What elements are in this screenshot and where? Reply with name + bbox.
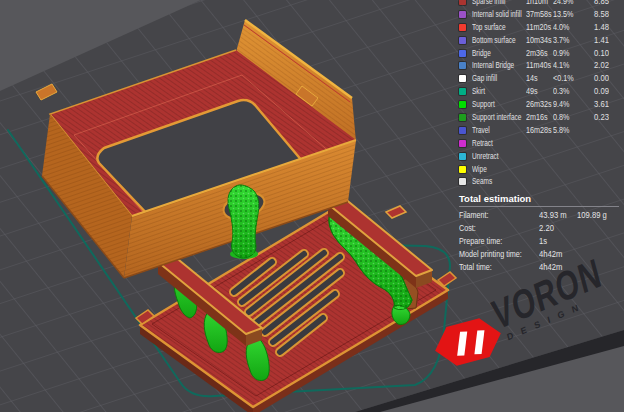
internal-bridge-color-swatch-icon bbox=[459, 62, 466, 69]
legend-row-support[interactable]: Support26m32s9.4%3.61 bbox=[459, 98, 619, 111]
total-value2: 109.89 g bbox=[577, 211, 607, 220]
legend-pct: 0.8% bbox=[553, 113, 577, 122]
retract-color-swatch-icon bbox=[459, 140, 466, 147]
legend-label: Seams bbox=[472, 177, 511, 186]
legend-time: 37m58s bbox=[526, 10, 548, 19]
legend-pct: 0.3% bbox=[553, 87, 577, 96]
travel-color-swatch-icon bbox=[459, 127, 466, 134]
legend-label: Support interface bbox=[472, 113, 511, 122]
legend-row-wipe[interactable]: Wipe bbox=[459, 163, 619, 176]
total-estimation-panel: Total estimation Filament:43.93 m109.89 … bbox=[459, 192, 619, 274]
legend-val: 8.85 bbox=[587, 0, 609, 6]
legend-row-bridge[interactable]: Bridge2m36s0.9%0.10 bbox=[459, 47, 619, 60]
legend-pct: 3.7% bbox=[553, 36, 577, 45]
total-row-prepare-time: Prepare time:1s bbox=[459, 235, 619, 248]
bridge-color-swatch-icon bbox=[459, 50, 466, 57]
legend-label: Internal solid infill bbox=[472, 10, 511, 19]
total-label: Prepare time: bbox=[459, 237, 523, 246]
legend-row-support-interface[interactable]: Support interface2m16s0.8%0.23 bbox=[459, 111, 619, 124]
legend-val: 0.09 bbox=[587, 87, 609, 96]
legend-pct: 4.1% bbox=[553, 61, 577, 70]
total-row-filament: Filament:43.93 m109.89 g bbox=[459, 209, 619, 222]
legend-pct: 4.0% bbox=[553, 23, 577, 32]
legend-label: Support bbox=[472, 100, 511, 109]
total-estimation-divider bbox=[459, 206, 619, 207]
legend-label: Internal Bridge bbox=[472, 61, 511, 70]
slicer-preview-viewport[interactable]: VORON D E S I G N bbox=[0, 0, 624, 412]
total-label: Cost: bbox=[459, 224, 523, 233]
legend-label: Bridge bbox=[472, 49, 511, 58]
legend-label: Unretract bbox=[472, 152, 511, 161]
total-estimation-rows: Filament:43.93 m109.89 gCost:2.20Prepare… bbox=[459, 209, 619, 274]
legend-row-internal-solid-infill[interactable]: Internal solid infill37m58s13.5%8.58 bbox=[459, 8, 619, 21]
total-row-model-printing-time: Model printing time:4h42m bbox=[459, 248, 619, 261]
legend-row-unretract[interactable]: Unretract bbox=[459, 150, 619, 163]
legend-val: 0.23 bbox=[587, 113, 609, 122]
legend-time: 2m36s bbox=[526, 49, 548, 58]
support-column-center bbox=[228, 185, 259, 259]
legend-time: 26m32s bbox=[526, 100, 548, 109]
total-estimation-title: Total estimation bbox=[459, 192, 619, 205]
legend-time: 11m20s bbox=[526, 23, 548, 32]
legend-row-bottom-surface[interactable]: Bottom surface10m34s3.7%1.41 bbox=[459, 34, 619, 47]
legend-label: Retract bbox=[472, 139, 511, 148]
total-label: Filament: bbox=[459, 211, 523, 220]
skirt-color-swatch-icon bbox=[459, 88, 466, 95]
legend-val: 0.00 bbox=[587, 74, 609, 83]
total-value: 2.20 bbox=[539, 224, 571, 233]
legend-row-seams[interactable]: Seams bbox=[459, 175, 619, 188]
legend-val: 0.10 bbox=[587, 49, 609, 58]
legend-row-skirt[interactable]: Skirt49s0.3%0.09 bbox=[459, 85, 619, 98]
legend-time: 2m16s bbox=[526, 113, 548, 122]
legend-label: Bottom surface bbox=[472, 36, 511, 45]
legend-val: 1.48 bbox=[587, 23, 609, 32]
total-label: Model printing time: bbox=[459, 250, 523, 259]
legend-label: Wipe bbox=[472, 165, 511, 174]
seams-color-swatch-icon bbox=[459, 178, 466, 185]
legend-row-travel[interactable]: Travel16m28s5.8% bbox=[459, 124, 619, 137]
top-surface-color-swatch-icon bbox=[459, 24, 466, 31]
legend-label: Gap infill bbox=[472, 74, 511, 83]
legend-pct: <0.1% bbox=[553, 74, 577, 83]
total-value: 1s bbox=[539, 237, 571, 246]
legend-row-retract[interactable]: Retract bbox=[459, 137, 619, 150]
legend-time: 16m28s bbox=[526, 126, 548, 135]
legend-time: 10m34s bbox=[526, 36, 548, 45]
legend-label: Travel bbox=[472, 126, 511, 135]
total-row-total-time: Total time:4h42m bbox=[459, 261, 619, 274]
legend-label: Skirt bbox=[472, 87, 511, 96]
legend-time: 11m40s bbox=[526, 61, 548, 70]
legend-pct: 24.9% bbox=[553, 0, 577, 6]
support-interface-color-swatch-icon bbox=[459, 114, 466, 121]
legend-time: 14s bbox=[526, 74, 548, 83]
legend-val: 3.61 bbox=[587, 100, 609, 109]
support-color-swatch-icon bbox=[459, 101, 466, 108]
legend-row-top-surface[interactable]: Top surface11m20s4.0%1.48 bbox=[459, 21, 619, 34]
legend: Sparse infill1h10m24.9%8.85Internal soli… bbox=[459, 0, 619, 188]
legend-pct: 9.4% bbox=[553, 100, 577, 109]
total-value: 43.93 m bbox=[539, 211, 571, 220]
legend-val: 8.58 bbox=[587, 10, 609, 19]
legend-pct: 5.8% bbox=[553, 126, 577, 135]
legend-row-internal-bridge[interactable]: Internal Bridge11m40s4.1%2.02 bbox=[459, 59, 619, 72]
bottom-surface-color-swatch-icon bbox=[459, 37, 466, 44]
legend-row-gap-infill[interactable]: Gap infill14s<0.1%0.00 bbox=[459, 72, 619, 85]
internal-solid-infill-color-swatch-icon bbox=[459, 11, 466, 18]
legend-time: 49s bbox=[526, 87, 548, 96]
legend-time: 1h10m bbox=[526, 0, 548, 6]
unretract-color-swatch-icon bbox=[459, 153, 466, 160]
total-label: Total time: bbox=[459, 263, 523, 272]
gap-infill-color-swatch-icon bbox=[459, 75, 466, 82]
legend-pct: 13.5% bbox=[553, 10, 577, 19]
legend-label: Sparse infill bbox=[472, 0, 511, 6]
legend-val: 1.41 bbox=[587, 36, 609, 45]
legend-pct: 0.9% bbox=[553, 49, 577, 58]
total-value: 4h42m bbox=[539, 263, 571, 272]
total-value: 4h42m bbox=[539, 250, 571, 259]
legend-val: 2.02 bbox=[587, 61, 609, 70]
total-row-cost: Cost:2.20 bbox=[459, 222, 619, 235]
legend-label: Top surface bbox=[472, 23, 511, 32]
wipe-color-swatch-icon bbox=[459, 166, 466, 173]
legend-row-sparse-infill[interactable]: Sparse infill1h10m24.9%8.85 bbox=[459, 0, 619, 8]
sparse-infill-color-swatch-icon bbox=[459, 0, 466, 5]
